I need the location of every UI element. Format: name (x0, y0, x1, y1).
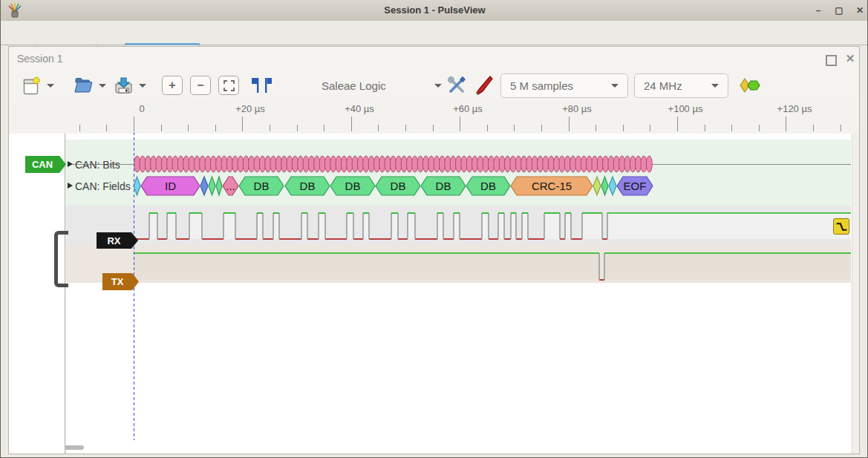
plus-icon: + (169, 79, 175, 92)
tx-trace-tag[interactable]: TX (102, 273, 139, 290)
open-folder-icon (74, 76, 94, 94)
zoom-in-button[interactable]: + (162, 76, 183, 95)
ruler-label: +100 µs (668, 103, 703, 114)
close-dock-icon[interactable]: ✕ (843, 52, 857, 65)
save-icon (114, 76, 134, 95)
rx-row-background (66, 206, 851, 245)
new-file-button[interactable] (19, 74, 44, 96)
label-gutter-separator-highlight (65, 134, 66, 454)
chevron-down-icon (611, 84, 619, 88)
device-value: Saleae Logic (322, 79, 386, 92)
ruler-label: +40 µs (345, 103, 374, 114)
probe-icon (475, 75, 493, 96)
open-file-dropdown[interactable] (97, 74, 108, 96)
maximize-button[interactable]: ▢ (832, 5, 846, 17)
minimize-button[interactable]: – (812, 5, 825, 17)
ruler-label: +80 µs (562, 103, 592, 114)
sample-count-value: 5 M samples (510, 79, 573, 92)
decoder-row-label-fields[interactable]: CAN: Fields (75, 180, 131, 192)
expander-arrow-icon[interactable] (68, 183, 73, 189)
close-button[interactable]: ✕ (853, 5, 867, 17)
float-dock-icon[interactable] (826, 55, 837, 66)
horizontal-scrollbar-handle[interactable] (65, 445, 84, 450)
pulseview-window: Session 1 - PulseView – ▢ ✕ Run (0, 0, 868, 458)
add-decoder-icon (739, 77, 761, 94)
ruler-label: 0 (139, 103, 144, 114)
time-ruler: 0+20 µs+40 µs+60 µs+80 µs+100 µs+120 µs (9, 101, 859, 134)
device-select[interactable]: Saleae Logic (322, 74, 442, 96)
window-title: Session 1 - PulseView (1, 4, 868, 16)
window-titlebar: Session 1 - PulseView – ▢ ✕ (1, 0, 868, 22)
window-bottom-edge (1, 454, 868, 458)
decoder-row-label-bits[interactable]: CAN: Bits (75, 159, 120, 171)
rx-trace-tag[interactable]: RX (97, 232, 138, 249)
zoom-fit-button[interactable] (218, 76, 239, 95)
main-toolbar: Run Session 1 ✕ (1, 21, 868, 45)
can-trace-tag[interactable]: CAN (25, 156, 66, 173)
sample-rate-select[interactable]: 24 MHz (634, 73, 728, 98)
decoder-row-background (66, 140, 851, 206)
channels-button[interactable] (473, 74, 495, 96)
save-dropdown[interactable] (137, 74, 148, 96)
new-file-dropdown[interactable] (45, 74, 56, 96)
expander-arrow-icon[interactable] (68, 161, 73, 167)
chevron-down-icon (434, 84, 442, 88)
trigger-marker-icon[interactable] (833, 218, 849, 235)
open-file-button[interactable] (71, 74, 96, 96)
new-file-icon (22, 76, 40, 95)
channel-group-bracket[interactable] (54, 231, 68, 287)
falling-edge-icon (835, 220, 848, 233)
chevron-down-icon (47, 84, 54, 88)
save-button[interactable] (111, 74, 136, 96)
configure-crossed-tools-icon (447, 76, 466, 95)
tx-row-background (66, 245, 851, 283)
chevron-down-icon (711, 84, 719, 88)
vertical-scrollbar[interactable] (852, 134, 859, 454)
minus-icon: − (197, 79, 203, 92)
configure-device-button[interactable] (445, 74, 469, 96)
ruler-label: +20 µs (235, 103, 265, 114)
ruler-label: +120 µs (777, 103, 812, 114)
sample-count-select[interactable]: 5 M samples (500, 73, 628, 98)
add-decoder-button[interactable] (737, 76, 763, 95)
zoom-fit-icon (223, 80, 235, 91)
ruler-label: +60 µs (453, 103, 483, 114)
show-cursors-button[interactable] (249, 75, 274, 96)
chevron-down-icon (139, 84, 146, 88)
chevron-down-icon (99, 84, 106, 88)
zoom-out-button[interactable]: − (190, 76, 211, 95)
dock-title: Session 1 (17, 53, 62, 65)
sample-rate-value: 24 MHz (644, 79, 682, 92)
cursor-flags-icon (251, 76, 272, 94)
